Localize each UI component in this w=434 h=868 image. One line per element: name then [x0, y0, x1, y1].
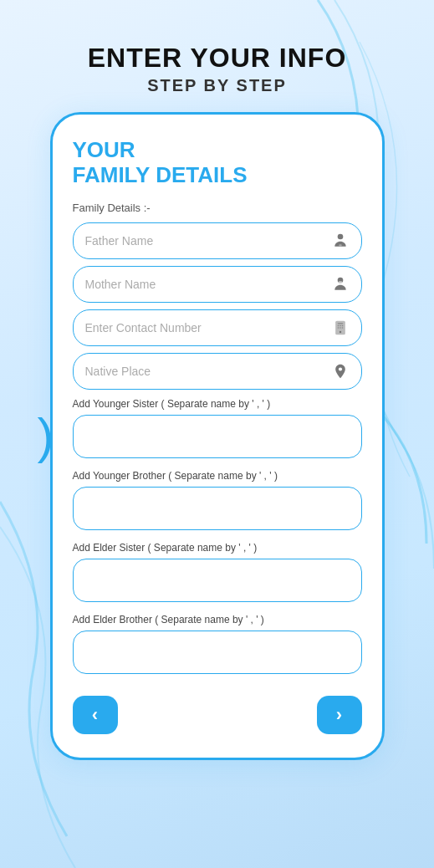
- back-icon: ‹: [92, 704, 98, 726]
- svg-point-7: [337, 325, 339, 327]
- textarea-input-younger-brother[interactable]: [73, 487, 362, 530]
- contact-number-field-row: [73, 309, 362, 346]
- father-name-input[interactable]: [85, 234, 331, 248]
- next-button[interactable]: ›: [317, 696, 362, 734]
- svg-point-5: [339, 331, 341, 334]
- svg-point-10: [337, 327, 339, 329]
- textarea-group-elder-sister: Add Elder Sister ( Separate name by ' , …: [73, 542, 362, 605]
- native-place-field-row: [73, 353, 362, 390]
- textarea-groups: Add Younger Sister ( Separate name by ' …: [73, 398, 362, 677]
- family-details-label: Family Details :-: [73, 202, 362, 214]
- mother-icon: [331, 275, 350, 294]
- phone-card: ) YOUR FAMILY DETAILS Family Details :-: [50, 112, 385, 760]
- next-icon: ›: [336, 704, 342, 726]
- native-place-input[interactable]: [85, 365, 331, 378]
- father-name-field-row: [73, 222, 362, 259]
- section-title-line1: YOUR: [73, 138, 362, 163]
- svg-point-8: [340, 325, 341, 327]
- textarea-label-younger-brother: Add Younger Brother ( Separate name by '…: [73, 470, 362, 482]
- mother-name-input[interactable]: [85, 278, 331, 291]
- textarea-label-elder-brother: Add Elder Brother ( Separate name by ' ,…: [73, 614, 362, 625]
- location-icon: [331, 362, 350, 380]
- textarea-input-younger-sister[interactable]: [73, 415, 362, 458]
- textarea-group-younger-sister: Add Younger Sister ( Separate name by ' …: [73, 398, 362, 462]
- back-button[interactable]: ‹: [73, 696, 118, 734]
- svg-rect-6: [337, 323, 343, 324]
- textarea-input-elder-sister[interactable]: [73, 559, 362, 602]
- father-icon: [331, 232, 350, 250]
- mother-name-field-row: [73, 266, 362, 303]
- textarea-label-elder-sister: Add Elder Sister ( Separate name by ' , …: [73, 542, 362, 554]
- section-title: YOUR FAMILY DETAILS: [73, 138, 362, 188]
- svg-rect-1: [339, 244, 341, 247]
- textarea-group-younger-brother: Add Younger Brother ( Separate name by '…: [73, 470, 362, 534]
- svg-point-12: [341, 327, 343, 329]
- textarea-label-younger-sister: Add Younger Sister ( Separate name by ' …: [73, 398, 362, 410]
- contact-icon: [331, 319, 350, 337]
- svg-point-3: [338, 281, 342, 283]
- section-title-line2: FAMILY DETAILS: [73, 163, 362, 188]
- page-title-line1: ENTER YOUR INFO: [88, 43, 347, 73]
- nav-buttons: ‹ ›: [73, 696, 362, 734]
- page-title-block: ENTER YOUR INFO STEP BY STEP: [88, 43, 347, 95]
- textarea-input-elder-brother[interactable]: [73, 631, 362, 674]
- page-title-line2: STEP BY STEP: [88, 76, 347, 95]
- textarea-group-elder-brother: Add Elder Brother ( Separate name by ' ,…: [73, 614, 362, 677]
- svg-point-11: [340, 327, 341, 329]
- svg-point-9: [341, 325, 343, 327]
- contact-number-input[interactable]: [85, 321, 331, 334]
- svg-point-13: [338, 367, 341, 370]
- svg-point-0: [337, 234, 343, 240]
- left-bracket-decoration: ): [38, 411, 54, 462]
